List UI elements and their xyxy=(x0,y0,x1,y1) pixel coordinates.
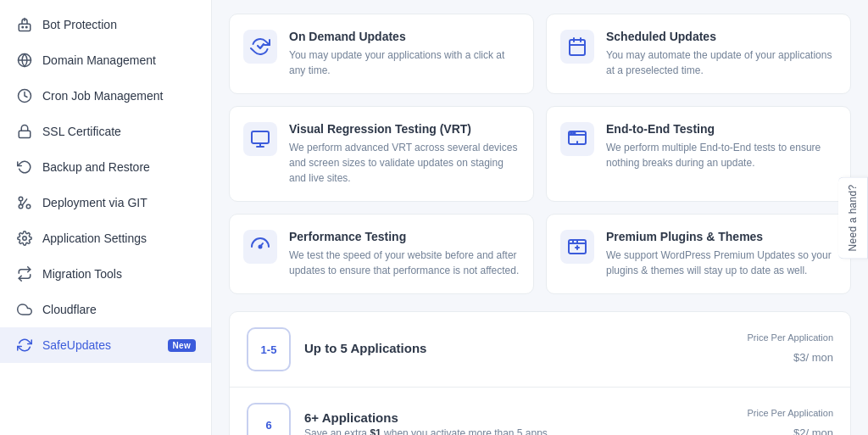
robot-icon xyxy=(15,15,34,34)
browser-test-icon xyxy=(560,122,594,156)
svg-point-6 xyxy=(26,204,31,209)
card-scheduled-updates: Scheduled Updates You may automate the u… xyxy=(546,14,851,94)
card-title: Performance Testing xyxy=(289,230,520,243)
pricing-label: Price Per Application xyxy=(748,332,834,343)
pricing-price: Price Per Application $3/ mon xyxy=(748,332,834,366)
globe-icon xyxy=(15,51,34,70)
card-desc: We perform advanced VRT across several d… xyxy=(289,140,520,186)
card-desc: You may automate the update of your appl… xyxy=(606,47,837,78)
pricing-row-6plus: 6 + 6+ Applications Save an extra $1 whe… xyxy=(230,388,850,435)
svg-point-1 xyxy=(22,26,24,28)
sidebar-item-domain-management[interactable]: Domain Management xyxy=(0,42,211,78)
new-badge: New xyxy=(168,339,196,352)
sidebar-label: Application Settings xyxy=(42,231,196,245)
sidebar-label: Deployment via GIT xyxy=(42,196,196,209)
sidebar-label: Migration Tools xyxy=(42,267,196,281)
sidebar-item-cloudflare[interactable]: Cloudflare xyxy=(0,292,211,327)
sidebar-item-cron-job[interactable]: Cron Job Management xyxy=(0,78,211,114)
bold-amount: $1 xyxy=(370,427,381,435)
card-desc: We perform multiple End-to-End tests to … xyxy=(606,140,837,170)
sidebar-label: Cloudflare xyxy=(42,303,196,316)
svg-point-9 xyxy=(23,237,27,241)
sidebar-item-bot-protection[interactable]: Bot Protection xyxy=(0,7,211,42)
svg-point-23 xyxy=(259,246,262,248)
monitor-icon xyxy=(243,122,277,156)
price-value: $3 xyxy=(793,351,805,364)
card-desc: We support WordPress Premium Updates so … xyxy=(606,248,837,278)
sidebar-item-deployment[interactable]: Deployment via GIT xyxy=(0,185,211,220)
backup-icon xyxy=(15,158,34,176)
sidebar-item-safeupdates[interactable]: SafeUpdates New xyxy=(0,327,211,363)
sidebar: Bot Protection Domain Management Cron Jo… xyxy=(0,0,212,435)
sidebar-label: Domain Management xyxy=(42,53,196,67)
pricing-amount: $2/ mon xyxy=(748,420,834,435)
refresh-icon xyxy=(15,336,34,354)
card-content: Visual Regression Testing (VRT) We perfo… xyxy=(289,122,520,186)
card-title: Visual Regression Testing (VRT) xyxy=(289,122,520,136)
sidebar-label: Bot Protection xyxy=(42,18,196,31)
card-content: Scheduled Updates You may automate the u… xyxy=(606,30,837,78)
svg-point-21 xyxy=(570,132,572,134)
card-vrt: Visual Regression Testing (VRT) We perfo… xyxy=(229,106,534,202)
calendar-icon xyxy=(560,30,594,64)
pricing-title: 6+ Applications xyxy=(304,410,734,425)
pricing-label: Price Per Application xyxy=(748,408,834,418)
price-period: / mon xyxy=(805,427,833,435)
speedometer-icon xyxy=(243,230,277,264)
pricing-section: 1-5 Up to 5 Applications Price Per Appli… xyxy=(229,311,851,435)
sidebar-label: SSL Certificate xyxy=(42,125,196,138)
pricing-text: 6+ Applications Save an extra $1 when yo… xyxy=(304,410,734,435)
card-desc: We test the speed of your website before… xyxy=(289,248,520,278)
pricing-icon-5: 1-5 xyxy=(247,327,291,371)
card-title: Scheduled Updates xyxy=(606,30,837,43)
svg-rect-14 xyxy=(252,131,269,143)
price-period: / mon xyxy=(805,351,833,364)
sidebar-item-migration[interactable]: Migration Tools xyxy=(0,256,211,292)
migration-icon xyxy=(15,265,34,283)
svg-point-2 xyxy=(26,26,28,28)
sidebar-label: Cron Job Management xyxy=(42,89,196,103)
pricing-icon-text: 6 xyxy=(265,419,271,432)
refresh-check-icon xyxy=(243,30,277,64)
card-title: On Demand Updates xyxy=(289,30,520,43)
card-desc: You may update your applications with a … xyxy=(289,47,520,78)
card-content: Premium Plugins & Themes We support Word… xyxy=(606,230,837,278)
card-title: Premium Plugins & Themes xyxy=(606,230,837,243)
plugin-icon xyxy=(560,230,594,264)
pricing-subtitle: Save an extra $1 when you activate more … xyxy=(304,427,734,435)
card-premium-plugins: Premium Plugins & Themes We support Word… xyxy=(546,214,851,294)
pricing-text: Up to 5 Applications xyxy=(304,341,734,358)
feature-cards-grid: On Demand Updates You may update your ap… xyxy=(229,14,851,294)
card-on-demand-updates: On Demand Updates You may update your ap… xyxy=(229,14,534,94)
pricing-price: Price Per Application $2/ mon xyxy=(748,408,834,435)
need-hand-wrapper: Need a hand? xyxy=(838,176,868,259)
pricing-icon-text: 1-5 xyxy=(261,343,277,356)
card-content: Performance Testing We test the speed of… xyxy=(289,230,520,278)
sidebar-label: SafeUpdates xyxy=(42,338,159,352)
card-content: End-to-End Testing We perform multiple E… xyxy=(606,122,837,170)
svg-rect-5 xyxy=(19,131,31,137)
lock-icon xyxy=(15,122,34,141)
clock-icon xyxy=(15,86,34,105)
card-title: End-to-End Testing xyxy=(606,122,837,136)
pricing-icon-6: 6 + xyxy=(247,403,291,435)
svg-rect-0 xyxy=(19,24,31,31)
pricing-row-5: 1-5 Up to 5 Applications Price Per Appli… xyxy=(230,312,850,388)
price-value: $2 xyxy=(793,427,805,435)
card-performance-testing: Performance Testing We test the speed of… xyxy=(229,214,534,294)
need-hand-tab[interactable]: Need a hand? xyxy=(838,176,868,259)
sidebar-label: Backup and Restore xyxy=(42,160,196,174)
sidebar-item-backup[interactable]: Backup and Restore xyxy=(0,149,211,185)
gear-icon xyxy=(15,229,34,248)
cloud-icon xyxy=(15,300,34,319)
git-icon xyxy=(15,193,34,212)
pricing-title: Up to 5 Applications xyxy=(304,341,734,355)
card-e2e-testing: End-to-End Testing We perform multiple E… xyxy=(546,106,851,202)
sidebar-item-ssl[interactable]: SSL Certificate xyxy=(0,114,211,149)
pricing-amount: $3/ mon xyxy=(748,344,834,366)
sidebar-item-app-settings[interactable]: Application Settings xyxy=(0,220,211,256)
svg-rect-10 xyxy=(570,40,585,55)
svg-point-22 xyxy=(574,132,576,134)
card-content: On Demand Updates You may update your ap… xyxy=(289,30,520,78)
main-content: On Demand Updates You may update your ap… xyxy=(212,0,868,435)
